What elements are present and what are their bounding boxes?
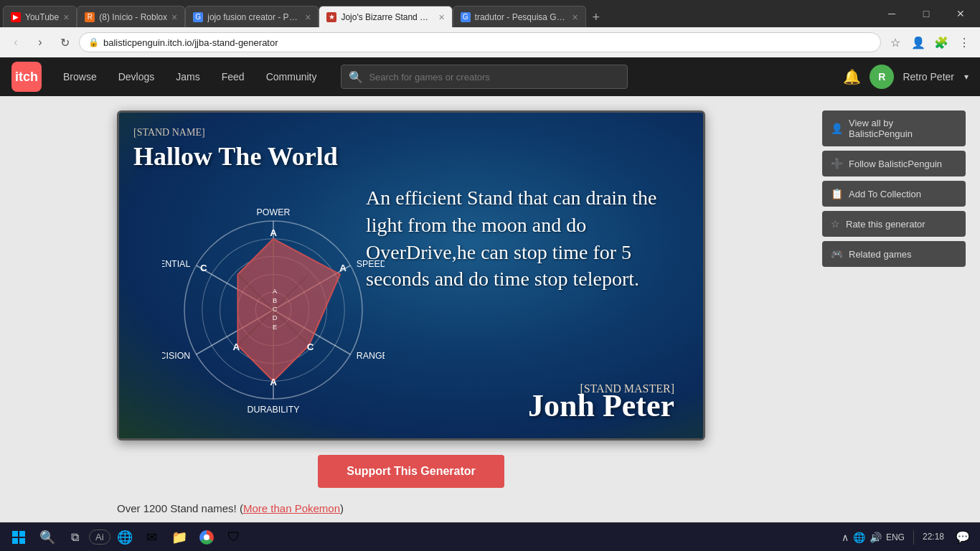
browser-tab-jjba-stand[interactable]: ★Jojo's Bizarre Stand Generator× [319, 6, 452, 27]
start-button[interactable] [4, 526, 33, 549]
edge-icon[interactable]: 🌐 [112, 524, 138, 550]
action-center-button[interactable]: 💬 [950, 524, 976, 550]
folder-icon[interactable]: 📁 [166, 524, 192, 550]
sidebar-btn-icon-0: 👤 [831, 123, 843, 134]
chevron-up-icon[interactable]: ∧ [842, 532, 849, 543]
svg-text:D: D [273, 314, 278, 321]
svg-text:C: C [200, 263, 207, 273]
bookmark-icon[interactable]: ☆ [885, 32, 905, 52]
more-than-pokemon-link[interactable]: More than Pokemon [243, 502, 340, 514]
stand-names-text: Over 1200 Stand names! (More than Pokemo… [117, 502, 344, 514]
svg-rect-33 [19, 531, 25, 537]
address-input[interactable]: 🔒 balisticpenguin.itch.io/jjba-stand-gen… [79, 32, 881, 52]
tab-close-roblox[interactable]: × [171, 11, 177, 23]
tab-title-roblox: (8) Início - Roblox [99, 12, 167, 22]
close-button[interactable]: ✕ [944, 0, 977, 27]
ai-button[interactable]: Ai [89, 529, 110, 545]
tab-close-youtube[interactable]: × [63, 11, 69, 23]
tab-close-jojo-search[interactable]: × [305, 11, 311, 23]
nav-community[interactable]: Community [256, 67, 327, 87]
stand-description: An efficient Stand that can drain the li… [366, 184, 674, 293]
svg-text:A: A [270, 227, 277, 238]
notifications-button[interactable]: 🔔 [843, 68, 861, 85]
svg-text:B: B [273, 297, 277, 304]
svg-rect-35 [19, 538, 25, 544]
maximize-button[interactable]: □ [910, 0, 943, 27]
stand-card: [STAND NAME] Hallow The World [117, 110, 705, 441]
mail-icon[interactable]: ✉ [139, 524, 165, 550]
browser-tab-youtube[interactable]: ▶YouTube× [3, 6, 77, 27]
support-button[interactable]: Support This Generator [318, 455, 504, 488]
stand-master-name: Jonh Peter [528, 387, 674, 424]
sidebar-btn-icon-2: 📋 [831, 188, 843, 199]
tab-favicon-jojo-search: G [193, 12, 203, 22]
taskbar: 🔍 ⧉ Ai 🌐 ✉ 📁 🛡 ∧ 🌐 🔊 ENG 22:18 [0, 522, 980, 551]
tab-title-jojo-search: jojo fusion creator - Pesquisa G [207, 12, 301, 22]
ai-label: Ai [95, 532, 104, 542]
svg-text:A: A [339, 263, 347, 273]
username-label: Retro Peter [903, 71, 954, 83]
new-tab-button[interactable]: + [586, 7, 606, 27]
svg-text:DURABILITY: DURABILITY [248, 405, 300, 415]
nav-links: Browse Devlogs Jams Feed Community [53, 67, 326, 87]
tab-favicon-roblox: R [85, 12, 95, 22]
nav-browse[interactable]: Browse [53, 67, 107, 87]
stand-name-tag: [STAND NAME] [133, 127, 205, 138]
radar-chart: POWER SPEED RANGE DURABILITY PRECISION P… [162, 199, 385, 421]
tab-favicon-youtube: ▶ [11, 12, 21, 22]
toolbar-icons: ☆ 👤 🧩 ⋮ [885, 32, 974, 52]
itchio-navbar: itch Browse Devlogs Jams Feed Community … [0, 57, 980, 96]
sidebar-btn-label-3: Rate this generator [846, 219, 925, 230]
security-icon[interactable]: 🛡 [221, 524, 247, 550]
page-content: [STAND NAME] Hallow The World [0, 96, 980, 529]
svg-text:A: A [270, 377, 277, 387]
sidebar-btn-label-4: Related games [849, 249, 911, 260]
nav-jams[interactable]: Jams [166, 67, 209, 87]
browser-tab-tradutor[interactable]: Gtradutor - Pesquisa Google× [453, 6, 586, 27]
extensions-icon[interactable]: 🧩 [931, 32, 951, 52]
sidebar-btn-label-1: Follow BalisticPenguin [849, 159, 942, 169]
minimize-button[interactable]: ─ [875, 0, 908, 27]
dropdown-arrow-icon[interactable]: ▾ [964, 72, 969, 82]
chrome-icon[interactable] [194, 524, 220, 550]
nav-right: 🔔 R Retro Peter ▾ [843, 65, 969, 89]
search-taskbar-button[interactable]: 🔍 [34, 524, 60, 550]
refresh-button[interactable]: ↻ [55, 32, 75, 52]
task-view-button[interactable]: ⧉ [62, 524, 88, 550]
sidebar-button-0[interactable]: 👤View all by BalisticPenguin [822, 110, 966, 146]
nav-feed[interactable]: Feed [212, 67, 255, 87]
sidebar-button-2[interactable]: 📋Add To Collection [822, 181, 966, 207]
nav-devlogs[interactable]: Devlogs [108, 67, 165, 87]
forward-button[interactable]: › [30, 32, 50, 52]
sidebar-btn-icon-4: 🎮 [831, 248, 843, 260]
sidebar-button-4[interactable]: 🎮Related games [822, 241, 966, 267]
tab-title-youtube: YouTube [25, 12, 59, 22]
back-button[interactable]: ‹ [6, 32, 26, 52]
network-icon[interactable]: 🌐 [853, 532, 865, 543]
svg-text:E: E [273, 324, 277, 331]
tab-close-jjba-stand[interactable]: × [438, 11, 444, 23]
volume-icon[interactable]: 🔊 [870, 532, 882, 543]
tab-title-tradutor: tradutor - Pesquisa Google [475, 12, 568, 22]
browser-tab-jojo-search[interactable]: Gjojo fusion creator - Pesquisa G× [185, 6, 319, 27]
sidebar-btn-icon-3: ☆ [831, 218, 840, 230]
svg-rect-32 [12, 531, 18, 537]
profile-icon[interactable]: 👤 [908, 32, 928, 52]
svg-text:POWER: POWER [257, 207, 291, 217]
tab-close-tradutor[interactable]: × [573, 11, 578, 23]
radar-svg: POWER SPEED RANGE DURABILITY PRECISION P… [162, 199, 385, 421]
address-text: balisticpenguin.itch.io/jjba-stand-gener… [103, 37, 278, 48]
sidebar-button-1[interactable]: ➕Follow BalisticPenguin [822, 151, 966, 176]
menu-icon[interactable]: ⋮ [954, 32, 974, 52]
svg-rect-34 [12, 538, 18, 544]
search-bar[interactable]: 🔍 [341, 65, 628, 89]
address-bar-row: ‹ › ↻ 🔒 balisticpenguin.itch.io/jjba-sta… [0, 27, 980, 57]
search-input[interactable] [369, 72, 620, 83]
taskbar-clock[interactable]: 22:18 [923, 532, 944, 543]
sidebar-btn-label-0: View all by BalisticPenguin [849, 118, 957, 139]
itchio-logo[interactable]: itch [11, 62, 42, 92]
svg-text:A: A [273, 288, 278, 295]
avatar: R [870, 65, 894, 89]
sidebar-button-3[interactable]: ☆Rate this generator [822, 211, 966, 237]
browser-tab-roblox[interactable]: R(8) Início - Roblox× [77, 6, 185, 27]
